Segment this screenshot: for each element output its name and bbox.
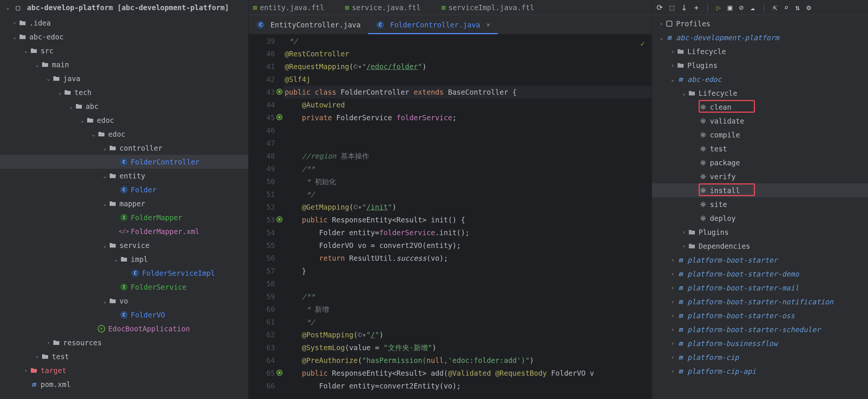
gutter-number[interactable]: 57 [249,264,275,277]
project-tree-row[interactable]: CFolderServiceImpl [0,266,248,280]
gutter-number[interactable]: 42 [249,73,275,86]
project-tree-row[interactable]: ⌄entity [0,169,248,183]
code-line[interactable]: @RestController [283,47,652,60]
maven-tree-row[interactable]: ⌄mabc-development-platform [652,30,868,44]
editor-tab[interactable]: CEntityController.java [249,15,368,34]
generate-icon[interactable]: ⬚ [670,3,674,12]
maven-tree-row[interactable]: clean [652,100,868,114]
collapse-icon[interactable]: ⇱ [773,3,777,12]
code-line[interactable]: */ [283,316,652,328]
code-line[interactable]: */ [283,188,652,201]
ftl-tab[interactable]: ▨service.java.ftl [345,3,421,12]
maven-tree-row[interactable]: verify [652,169,868,183]
maven-tree-row[interactable]: ›Plugins [652,58,868,72]
code-line[interactable]: @GetMapping(©▾"/init") [283,201,652,213]
code-line[interactable]: public ResponseEntity<Result> add(@Valid… [283,367,652,379]
gutter-number[interactable]: 51 [249,188,275,201]
profile-icon[interactable]: ⇅ [795,3,800,12]
project-tree-row[interactable]: ›target [0,363,248,377]
gutter-number[interactable]: 49 [249,162,275,175]
maven-tree-row[interactable]: ›mplatform-boot-starter [652,253,868,267]
project-tree-row[interactable]: ⌄vo [0,294,248,308]
project-tree-row[interactable]: CFolder [0,183,248,196]
maven-tree-row[interactable]: ›Profiles [652,17,868,30]
code-line[interactable]: @SystemLog(value = "文件夹-新增") [283,341,652,354]
maven-tree-row[interactable]: ›Dependencies [652,239,868,253]
gutter-number[interactable]: 45 [249,111,275,124]
maven-tree-row[interactable]: ›mplatform-boot-starter-oss [652,308,868,322]
code-line[interactable]: FolderVO vo = convert2VO(entity); [283,239,652,252]
maven-tree-row[interactable]: ›mplatform-boot-starter-mail [652,281,868,295]
download-icon[interactable]: ⤓ [681,3,687,12]
maven-tree-row[interactable]: ›Plugins [652,225,868,239]
maven-tree-row[interactable]: ⌄Lifecycle [652,86,868,100]
gutter-number[interactable]: 62 [249,328,275,341]
exec-icon[interactable]: ▣ [728,3,732,12]
project-tree-row[interactable]: ›test [0,349,248,363]
gutter-number[interactable]: 40 [249,47,275,60]
project-tree-row[interactable]: ⊚EdocBootApplication [0,322,248,336]
code-line[interactable]: @PostMapping(©▾"/") [283,328,652,341]
gutter-number[interactable]: 46 [249,124,275,137]
maven-tree-row[interactable]: test [652,142,868,156]
ftl-tab[interactable]: ▨serviceImpl.java.ftl [442,3,534,12]
project-tree-row[interactable]: ⌄mapper [0,196,248,210]
skip-icon[interactable]: ⊘ [739,3,744,12]
maven-tree-row[interactable]: deploy [652,211,868,225]
project-tree-row[interactable]: ⌄abc [0,99,248,113]
maven-tree-row[interactable]: ›Lifecycle [652,44,868,58]
maven-tree-row[interactable]: compile [652,128,868,142]
project-tree-row[interactable]: ⌄src [0,44,248,57]
gutter-number[interactable]: 63 [249,341,275,354]
close-icon[interactable]: × [486,21,490,29]
gutter-number[interactable]: 41 [249,60,275,73]
maven-tree-row[interactable]: install [652,183,868,197]
gutter-number[interactable]: 64 [249,354,275,367]
project-tree-row[interactable]: ⌄abc-edoc [0,30,248,44]
gutter-number[interactable]: 47 [249,137,275,150]
gutter-number[interactable]: 56 [249,252,275,264]
gutter-marker-icon[interactable] [276,216,282,222]
gutter-number[interactable]: 65 [249,367,275,379]
code-area[interactable]: */@RestController@RequestMapping(©▾"/edo… [283,35,652,399]
gutter-marker-icon[interactable] [276,89,282,95]
maven-tree-row[interactable]: ›mplatform-businessflow [652,336,868,350]
project-tree-row[interactable]: IFolderMapper [0,210,248,224]
project-tree-row[interactable]: ⌄edoc [0,127,248,141]
project-tree-row[interactable]: ⌄java [0,71,248,85]
project-tree-row[interactable]: ›.idea [0,16,248,30]
settings-icon[interactable]: ⚙ [806,3,811,12]
code-line[interactable]: //region 基本操作 [283,150,652,162]
gutter-number[interactable]: 58 [249,277,275,290]
maven-tree-row[interactable]: site [652,197,868,211]
gutter-number[interactable]: 60 [249,303,275,316]
gutter-number[interactable]: 43 [249,86,275,98]
maven-tree-row[interactable]: ›mplatform-boot-starter-scheduler [652,322,868,336]
code-line[interactable] [283,124,652,137]
reload-icon[interactable]: ⟳ [657,3,663,12]
project-tree-row[interactable]: ⌄impl [0,252,248,266]
add-icon[interactable]: + [694,3,699,12]
code-line[interactable]: Folder entity=folderService.init(); [283,226,652,239]
gutter-number[interactable]: 59 [249,290,275,303]
gutter-number[interactable]: 61 [249,316,275,328]
search-icon[interactable]: ⌕ [784,3,788,12]
gutter-number[interactable]: 53 [249,213,275,226]
gutter-number[interactable]: 39 [249,35,275,47]
project-tree-row[interactable]: ⌄edoc [0,113,248,127]
code-line[interactable]: /** [283,162,652,175]
gutter-number[interactable]: 54 [249,226,275,239]
maven-tree-row[interactable]: ›mplatform-cip-api [652,364,868,378]
code-line[interactable]: } [283,264,652,277]
gutter-number[interactable]: 44 [249,98,275,111]
offline-icon[interactable]: ☁ [750,3,755,12]
code-line[interactable]: /** [283,290,652,303]
code-line[interactable]: * 初始化 [283,175,652,188]
project-tree-row[interactable]: IFolderService [0,280,248,294]
editor-area[interactable]: 3940414243444546474849505152535455565758… [249,35,652,399]
maven-tree-row[interactable]: validate [652,114,868,128]
code-line[interactable]: public class FolderController extends Ba… [283,86,652,98]
code-line[interactable]: @RequestMapping(©▾"/edoc/folder") [283,60,652,73]
code-line[interactable]: @PreAuthorize("hasPermission(null,'edoc:… [283,354,652,367]
maven-tree-row[interactable]: ›mplatform-cip [652,350,868,364]
